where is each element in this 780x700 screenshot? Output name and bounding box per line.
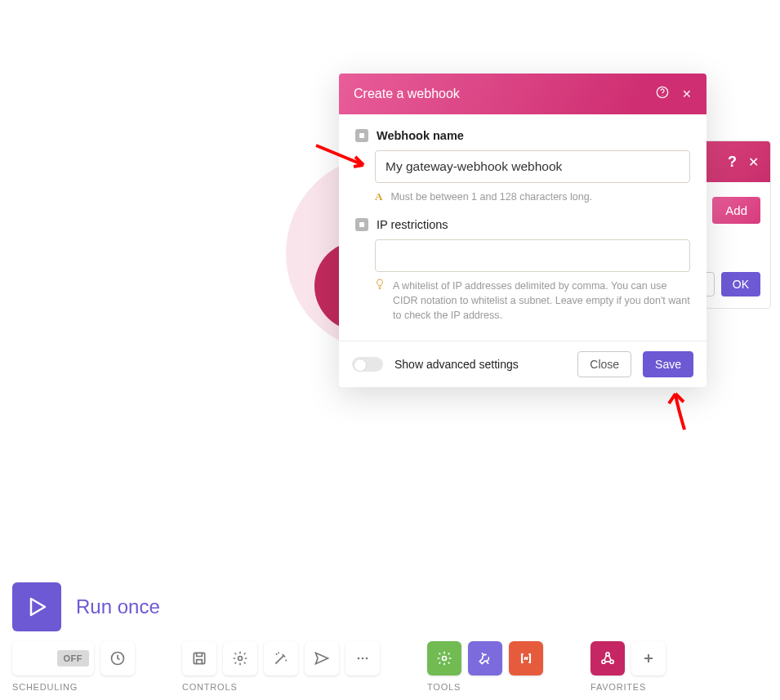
gear-tool-button[interactable] — [427, 641, 461, 675]
modal-header: Create a webhook ✕ — [339, 74, 706, 114]
svg-point-6 — [358, 658, 360, 660]
ok-button[interactable]: OK — [721, 272, 760, 296]
clock-button[interactable] — [100, 641, 135, 675]
plane-control-button[interactable] — [305, 641, 339, 675]
scheduling-label: SCHEDULING — [12, 682, 135, 692]
scheduling-group: OFF SCHEDULING — [12, 641, 135, 692]
add-button[interactable]: Add — [712, 197, 760, 224]
svg-marker-2 — [31, 599, 45, 615]
tools-label: TOOLS — [427, 682, 543, 692]
webhook-name-group: Webhook name A Must be between 1 and 128… — [355, 129, 690, 205]
map-toggle[interactable] — [355, 129, 368, 142]
help-icon[interactable]: ? — [728, 154, 737, 171]
add-favorite-button[interactable] — [631, 641, 666, 675]
ip-restrictions-label: IP restrictions — [377, 218, 448, 231]
favorites-label: FAVORITES — [591, 682, 666, 692]
schedule-off-badge: OFF — [57, 650, 90, 667]
save-button[interactable]: Save — [643, 351, 693, 377]
ip-restrictions-hint: A whitelist of IP addresses delimited by… — [393, 279, 690, 323]
scheduling-toggle[interactable]: OFF — [12, 641, 94, 675]
map-toggle[interactable] — [355, 218, 368, 231]
controls-group: CONTROLS — [182, 641, 380, 692]
close-icon[interactable]: ✕ — [682, 87, 692, 100]
svg-rect-4 — [194, 653, 204, 663]
controls-label: CONTROLS — [182, 682, 380, 692]
svg-point-5 — [238, 657, 243, 661]
advanced-settings-toggle[interactable] — [352, 357, 383, 372]
svg-point-10 — [606, 653, 609, 656]
svg-point-7 — [362, 658, 364, 660]
modal-title: Create a webhook — [354, 87, 656, 101]
tools-group: TOOLS — [427, 641, 543, 692]
settings-control-button[interactable] — [223, 641, 257, 675]
more-control-button[interactable] — [345, 641, 380, 675]
run-once-button[interactable] — [12, 582, 61, 631]
text-format-icon: A — [375, 189, 382, 205]
create-webhook-modal: Create a webhook ✕ Webhook name A Must b… — [339, 74, 706, 387]
ip-restrictions-input[interactable] — [375, 239, 690, 272]
svg-point-9 — [443, 657, 447, 661]
webhook-name-input[interactable] — [375, 150, 690, 183]
svg-point-8 — [366, 658, 368, 660]
favorites-group: FAVORITES — [591, 641, 666, 692]
svg-point-1 — [662, 95, 662, 96]
close-button[interactable]: Close — [577, 351, 631, 377]
parser-tool-button[interactable] — [509, 641, 543, 675]
help-icon[interactable] — [656, 86, 669, 103]
modal-footer: Show advanced settings Close Save — [339, 341, 706, 387]
footer-toolbar: Run once OFF SCHEDULING — [12, 582, 780, 692]
webhook-favorite-button[interactable] — [591, 641, 625, 675]
lightbulb-icon — [375, 279, 385, 294]
webhook-name-label: Webhook name — [377, 129, 464, 142]
tools-tool-button[interactable] — [468, 641, 502, 675]
run-once-label: Run once — [76, 595, 160, 618]
arrow-annotation-icon — [664, 390, 690, 433]
ip-restrictions-group: IP restrictions A whitelist of IP addres… — [355, 218, 690, 323]
webhook-name-hint: Must be between 1 and 128 characters lon… — [390, 189, 592, 204]
advanced-settings-label: Show advanced settings — [394, 358, 566, 371]
save-control-button[interactable] — [182, 641, 216, 675]
close-icon[interactable]: ✕ — [748, 154, 759, 170]
magic-control-button[interactable] — [264, 641, 298, 675]
